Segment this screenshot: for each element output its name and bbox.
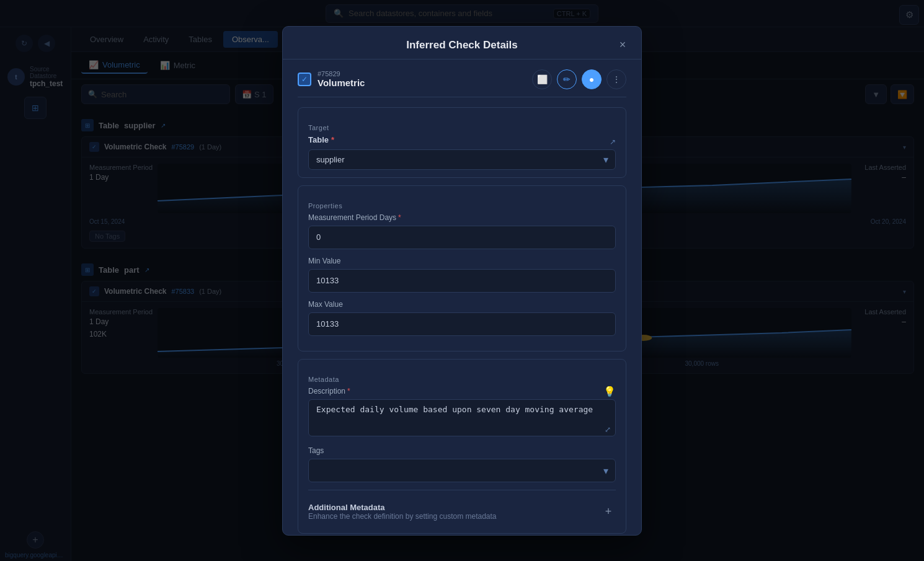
table-select-wrapper: supplier: [308, 149, 616, 170]
check-number: #75829: [318, 70, 365, 77]
description-field-wrapper: Expected daily volume based upon seven d…: [308, 399, 616, 439]
edit-icon: ✏: [563, 74, 571, 84]
mpd-required-star: *: [398, 213, 401, 222]
check-info-left: ✓ #75829 Volumetric: [298, 70, 365, 88]
min-value-input[interactable]: [308, 269, 616, 293]
tags-label: Tags: [308, 446, 616, 455]
section-divider: [308, 490, 616, 490]
mpd-label: Measurement Period Days *: [308, 213, 616, 222]
properties-section-label: Properties: [308, 202, 616, 210]
description-label: Description *: [308, 387, 616, 395]
tags-input[interactable]: [308, 459, 616, 482]
table-required-star: *: [331, 135, 334, 144]
target-section: Target Table * ↗ supplier: [298, 107, 626, 178]
min-value-group: Min Value: [308, 257, 616, 293]
max-value-label: Max Value: [308, 300, 616, 309]
modal-close-btn[interactable]: ×: [614, 37, 631, 54]
check-actions: ⬜ ✏ ● ⋮: [532, 69, 626, 89]
status-check-btn[interactable]: ●: [582, 69, 602, 89]
circle-icon: ●: [589, 74, 594, 84]
inferred-check-modal: Inferred Check Details × ✓ #75829 Volume…: [282, 26, 642, 536]
measurement-period-days-input[interactable]: [308, 226, 616, 249]
additional-metadata-row: Additional Metadata Enhance the check de…: [308, 498, 616, 526]
table-field-label: Table *: [308, 135, 334, 144]
target-section-label: Target: [308, 124, 616, 131]
measurement-period-days-group: Measurement Period Days *: [308, 213, 616, 249]
min-value-label: Min Value: [308, 257, 616, 265]
description-textarea[interactable]: Expected daily volume based upon seven d…: [308, 399, 616, 436]
additional-metadata-desc: Enhance the check definition by setting …: [308, 512, 497, 521]
modal-body: ✓ #75829 Volumetric ⬜ ✏: [283, 60, 641, 535]
modal-overlay: Inferred Check Details × ✓ #75829 Volume…: [0, 0, 924, 561]
metadata-section-label: Metadata: [308, 376, 616, 383]
desc-required-star: *: [347, 387, 350, 395]
more-icon: ⋮: [612, 74, 621, 84]
lightbulb-icon: 💡: [603, 386, 616, 397]
add-metadata-btn[interactable]: +: [601, 504, 616, 519]
description-group: Description * 💡 Expected daily volume ba…: [308, 387, 616, 439]
metadata-section: Metadata Description * 💡 Expected daily …: [298, 359, 626, 534]
copy-check-btn[interactable]: ⬜: [532, 69, 552, 89]
description-expand-icon[interactable]: ⤢: [605, 425, 611, 434]
edit-check-btn[interactable]: ✏: [557, 69, 577, 89]
tags-group: Tags: [308, 446, 616, 482]
copy-icon: ⬜: [537, 74, 548, 84]
target-section-header: Table * ↗: [308, 135, 616, 149]
target-expand-icon[interactable]: ↗: [610, 138, 616, 146]
more-check-btn[interactable]: ⋮: [606, 69, 626, 89]
properties-section: Properties Measurement Period Days * Min…: [298, 185, 626, 351]
check-id-name: #75829 Volumetric: [318, 70, 365, 88]
table-select[interactable]: supplier: [308, 149, 616, 170]
check-info-row: ✓ #75829 Volumetric ⬜ ✏: [298, 69, 626, 97]
modal-title: Inferred Check Details: [406, 39, 518, 51]
max-value-input[interactable]: [308, 312, 616, 336]
max-value-group: Max Value: [308, 300, 616, 336]
check-type: Volumetric: [318, 77, 365, 88]
additional-metadata-title: Additional Metadata: [308, 503, 497, 512]
tags-select-wrapper: [308, 459, 616, 482]
modal-header: Inferred Check Details ×: [283, 27, 641, 60]
check-checkbox[interactable]: ✓: [298, 73, 311, 86]
